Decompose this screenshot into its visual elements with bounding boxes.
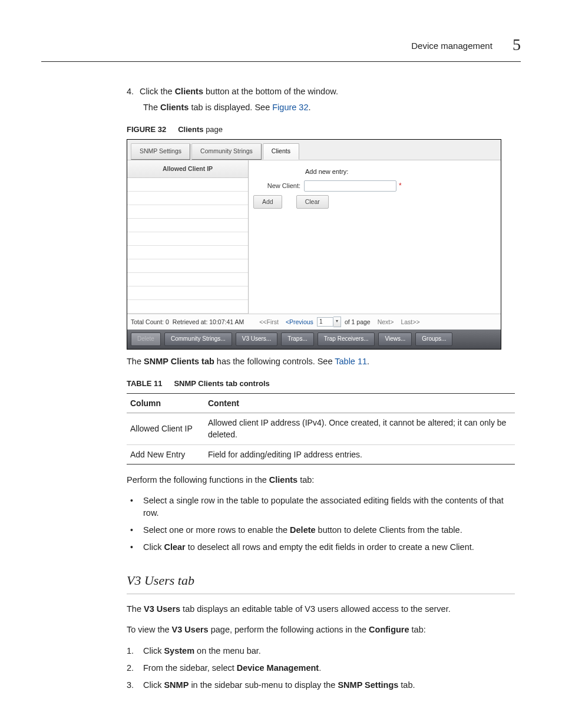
retrieved-at: Retrieved at: 10:07:41 AM	[173, 318, 244, 327]
section-title: Device management	[411, 41, 492, 51]
delete-button[interactable]: Delete	[131, 332, 161, 346]
heading-v3-users: V3 Users tab	[127, 571, 515, 594]
table-row[interactable]	[127, 273, 248, 286]
pager-of-pages: of 1 page	[345, 318, 371, 327]
v3-step-2: 2.From the sidebar, select Device Manage…	[127, 662, 515, 674]
v3-step-3: 3.Click SNMP in the sidebar sub-menu to …	[127, 679, 515, 691]
table-row[interactable]	[127, 259, 248, 273]
required-asterisk-icon: *	[399, 181, 402, 191]
tab-clients[interactable]: Clients	[263, 143, 299, 160]
figure-32: SNMP Settings Community Strings Clients …	[127, 139, 501, 350]
total-count: Total Count: 0	[131, 318, 169, 327]
v3-step-1: 1.Click System on the menu bar.	[127, 645, 515, 657]
table-row[interactable]	[127, 178, 248, 192]
table-caption: TABLE 11SNMP Clients tab controls	[127, 378, 515, 390]
figure-tabs: SNMP Settings Community Strings Clients	[127, 140, 501, 160]
step-4: 4.Click the Clients button at the bottom…	[127, 85, 515, 114]
pager-first[interactable]: <<First	[259, 318, 279, 327]
client-ip-list[interactable]	[127, 178, 248, 314]
bullet-3: Click Clear to deselect all rows and emp…	[127, 541, 515, 554]
table-row[interactable]	[127, 300, 248, 314]
page-header: Device management 5	[41, 35, 521, 62]
table-row[interactable]	[127, 232, 248, 246]
chapter-number: 5	[513, 35, 521, 54]
pager-dropdown-icon[interactable]: ▾	[333, 317, 341, 327]
v3-to-view: To view the V3 Users page, perform the f…	[127, 624, 515, 636]
v3-users-button[interactable]: V3 Users...	[236, 332, 277, 346]
allowed-client-ip-col: Allowed Client IP	[127, 160, 249, 314]
th-column: Column	[127, 393, 204, 413]
table-row[interactable]	[127, 219, 248, 232]
v3-intro: The V3 Users tab displays an editable ta…	[127, 603, 515, 615]
table-row[interactable]	[127, 205, 248, 219]
para-after-figure: The SNMP Clients tab has the following c…	[127, 355, 515, 368]
step-number: 4.	[127, 85, 140, 98]
add-new-entry-label: Add new entry:	[305, 167, 496, 177]
th-content: Content	[204, 393, 515, 413]
status-bar: Total Count: 0 Retrieved at: 10:07:41 AM…	[127, 314, 501, 330]
pager-previous[interactable]: <Previous	[286, 318, 313, 327]
community-strings-button[interactable]: Community Strings...	[164, 332, 232, 346]
add-button[interactable]: Add	[253, 195, 282, 209]
trap-receivers-button[interactable]: Trap Receivers...	[318, 332, 375, 346]
table-row: Allowed Client IP Allowed client IP addr…	[127, 413, 515, 444]
table-row[interactable]	[127, 286, 248, 300]
table-row[interactable]	[127, 246, 248, 259]
table-row: Add New Entry Field for adding/editing I…	[127, 444, 515, 464]
clear-button[interactable]: Clear	[296, 195, 329, 209]
figure-caption: FIGURE 32Clients page	[127, 124, 515, 136]
pager-page-input[interactable]: 1	[317, 317, 333, 327]
pager-last[interactable]: Last>>	[401, 318, 419, 327]
tab-snmp-settings[interactable]: SNMP Settings	[131, 143, 190, 160]
traps-button[interactable]: Traps...	[281, 332, 314, 346]
step-4-body: The Clients tab is displayed. See Figure…	[160, 101, 515, 114]
footer-toolbar: Delete Community Strings... V3 Users... …	[127, 330, 501, 349]
table-row[interactable]	[127, 192, 248, 205]
tab-community-strings[interactable]: Community Strings	[191, 143, 262, 160]
figure-32-link[interactable]: Figure 32	[272, 103, 308, 112]
new-client-input[interactable]	[304, 180, 396, 192]
allowed-client-ip-header: Allowed Client IP	[127, 160, 248, 178]
perform-para: Perform the following functions in the C…	[127, 474, 515, 486]
pager-next[interactable]: Next>	[378, 318, 394, 327]
bullet-2: Select one or more rows to enable the De…	[127, 524, 515, 536]
new-client-label: New Client:	[253, 182, 300, 191]
views-button[interactable]: Views...	[378, 332, 412, 346]
table-11: Column Content Allowed Client IP Allowed…	[127, 393, 515, 465]
bullet-1: Select a single row in the table to popu…	[127, 495, 515, 519]
groups-button[interactable]: Groups...	[415, 332, 452, 346]
table-11-link[interactable]: Table 11	[335, 357, 367, 366]
